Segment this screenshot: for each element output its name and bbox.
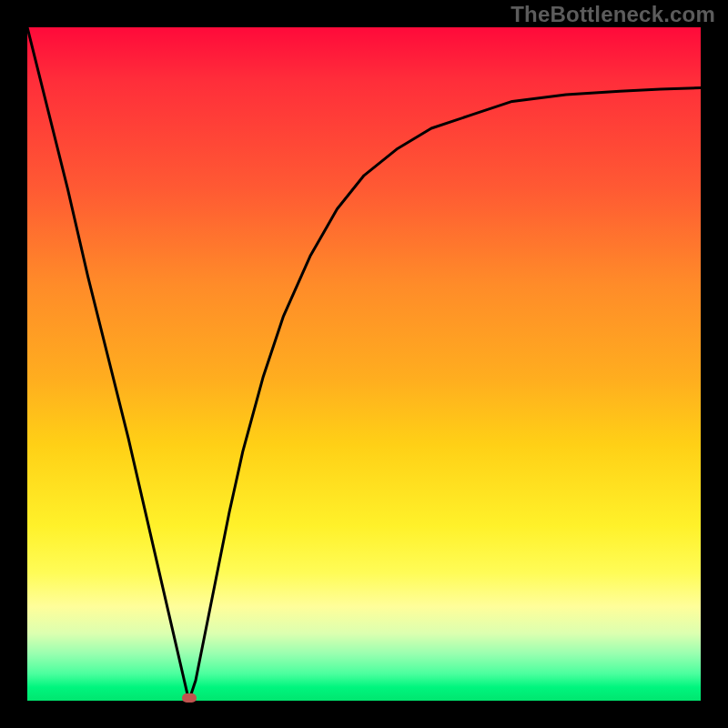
bottleneck-curve — [27, 27, 701, 701]
chart-frame: TheBottleneck.com — [0, 0, 728, 728]
optimum-marker — [182, 693, 197, 703]
plot-area — [27, 27, 701, 701]
watermark-text: TheBottleneck.com — [511, 2, 715, 27]
curve-svg — [27, 27, 701, 701]
